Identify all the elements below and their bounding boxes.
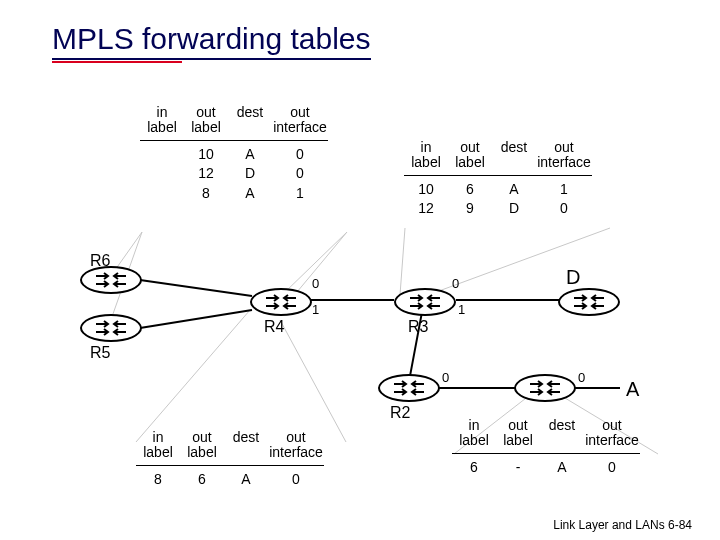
forwarding-table-r3: in label out label dest out interface 10…: [404, 140, 592, 219]
table-row: 12 D 0: [140, 164, 328, 183]
port-label: 0: [452, 276, 459, 291]
col-in-label: in label: [404, 140, 448, 171]
router-label: R3: [408, 318, 428, 336]
port-label: 0: [312, 276, 319, 291]
port-label: 1: [458, 302, 465, 317]
port-label: 1: [312, 302, 319, 317]
router-unlabeled-lower: [514, 374, 576, 402]
col-dest: dest: [540, 418, 584, 449]
table-row: 10 A 0: [140, 145, 328, 164]
router-r2: [378, 374, 440, 402]
table-row: 12 9 D 0: [404, 199, 592, 218]
router-icon: [94, 272, 128, 288]
col-dest: dest: [492, 140, 536, 171]
table-row: 8 6 A 0: [136, 470, 324, 489]
table-row: 10 6 A 1: [404, 180, 592, 199]
forwarding-table-r4: in label out label dest out interface 8 …: [136, 430, 324, 489]
router-r5: [80, 314, 142, 342]
router-icon: [528, 380, 562, 396]
router-icon: [408, 294, 442, 310]
col-in-label: in label: [452, 418, 496, 449]
router-r6: [80, 266, 142, 294]
router-icon: [94, 320, 128, 336]
router-label: R5: [90, 344, 110, 362]
col-dest: dest: [228, 105, 272, 136]
router-icon: [264, 294, 298, 310]
svg-line-4: [400, 228, 405, 295]
col-out-interface: out interface: [584, 418, 640, 449]
col-out-label: out label: [496, 418, 540, 449]
svg-line-6: [136, 310, 250, 442]
endpoint-a: A: [626, 378, 639, 401]
col-out-label: out label: [448, 140, 492, 171]
col-out-label: out label: [180, 430, 224, 461]
page-title: MPLS forwarding tables: [52, 22, 371, 60]
router-icon: [392, 380, 426, 396]
router-r3: [394, 288, 456, 316]
router-label: R6: [90, 252, 110, 270]
svg-line-10: [140, 280, 252, 296]
col-in-label: in label: [140, 105, 184, 136]
endpoint-d: D: [566, 266, 580, 289]
port-label: 0: [442, 370, 449, 385]
svg-line-11: [140, 310, 252, 328]
table-row: 6 - A 0: [452, 458, 640, 477]
col-out-interface: out interface: [268, 430, 324, 461]
svg-line-7: [280, 320, 346, 442]
forwarding-table-r5r6: in label out label dest out interface 10…: [140, 105, 328, 203]
forwarding-table-r2: in label out label dest out interface 6 …: [452, 418, 640, 477]
slide-footer: Link Layer and LANs 6-84: [553, 518, 692, 532]
router-r4: [250, 288, 312, 316]
col-out-interface: out interface: [536, 140, 592, 171]
col-out-label: out label: [184, 105, 228, 136]
col-in-label: in label: [136, 430, 180, 461]
title-accent: [52, 61, 182, 63]
col-dest: dest: [224, 430, 268, 461]
router-label: R2: [390, 404, 410, 422]
router-label: R4: [264, 318, 284, 336]
table-row: 8 A 1: [140, 184, 328, 203]
router-unlabeled-upper: [558, 288, 620, 316]
port-label: 0: [578, 370, 585, 385]
router-icon: [572, 294, 606, 310]
col-out-interface: out interface: [272, 105, 328, 136]
